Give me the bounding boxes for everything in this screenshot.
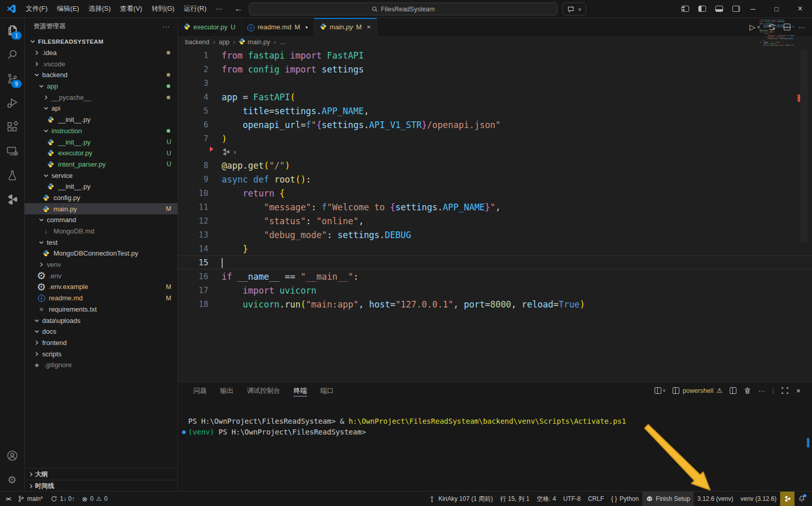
tree-folder[interactable]: __pycache__ bbox=[25, 92, 177, 103]
status-notifications[interactable] bbox=[795, 492, 809, 506]
status-python-version[interactable]: 3.12.6 (venv) bbox=[694, 492, 737, 506]
status-eol[interactable]: CRLF bbox=[584, 492, 607, 506]
back-button[interactable]: ← bbox=[234, 4, 242, 13]
minimap[interactable]: from fastapi import FastAPIfrom config i… bbox=[760, 20, 795, 84]
shuriken-widget-icon[interactable]: ∨ bbox=[222, 148, 236, 156]
status-remote-indicator[interactable]: >< bbox=[2, 492, 14, 506]
tree-folder[interactable]: app bbox=[25, 81, 177, 92]
tree-folder[interactable]: data\uploads bbox=[25, 315, 177, 326]
tree-root[interactable]: FILESREADSYSTEAM bbox=[25, 36, 177, 47]
line-number[interactable]: 16 bbox=[178, 272, 208, 281]
line-number[interactable]: 3 bbox=[178, 79, 208, 88]
breadcrumb-item[interactable]: app bbox=[219, 39, 229, 46]
code-line[interactable]: 4app = FastAPI( bbox=[178, 90, 812, 104]
status-branch[interactable]: main* bbox=[14, 492, 47, 506]
tree-file[interactable]: __init__.py bbox=[25, 181, 177, 192]
toggle-sidebar-icon[interactable] bbox=[698, 6, 706, 12]
status-finish-setup[interactable]: Finish Setup bbox=[642, 492, 694, 506]
inline-suggestion-widget[interactable]: ∨ bbox=[178, 146, 812, 158]
menu-item-1[interactable]: 编辑(E) bbox=[52, 3, 84, 15]
menu-item-4[interactable]: 转到(G) bbox=[147, 3, 179, 15]
tree-folder[interactable]: service bbox=[25, 170, 177, 181]
code-line[interactable]: 15 bbox=[178, 256, 812, 269]
tree-file[interactable]: main.pyM bbox=[25, 203, 177, 214]
status-shuriken-status[interactable] bbox=[780, 492, 795, 506]
run-debug-icon[interactable] bbox=[0, 91, 24, 115]
line-number[interactable]: 15 bbox=[178, 258, 208, 267]
line-number[interactable]: 9 bbox=[178, 175, 208, 184]
source-control-icon[interactable]: 9 bbox=[0, 66, 24, 91]
tree-folder[interactable]: frontend bbox=[25, 337, 177, 349]
tree-file[interactable]: intent_parser.pyU bbox=[25, 159, 177, 170]
tree-file[interactable]: MongoDBConnectionTest.py bbox=[25, 248, 177, 259]
line-number[interactable]: 18 bbox=[178, 300, 208, 309]
code-line[interactable]: 17 import uvicorn bbox=[178, 283, 812, 297]
menu-item-6[interactable]: ··· bbox=[211, 3, 227, 15]
line-number[interactable]: 13 bbox=[178, 230, 208, 240]
tree-folder[interactable]: .idea bbox=[25, 47, 177, 59]
line-number[interactable]: 11 bbox=[178, 203, 208, 212]
code-line[interactable]: 16if __name__ == "__main__": bbox=[178, 269, 812, 283]
copilot-chat-button[interactable]: ∨ bbox=[563, 3, 586, 15]
code-line[interactable]: 12 "status": "online", bbox=[178, 214, 812, 228]
line-number[interactable]: 8 bbox=[178, 161, 208, 170]
tree-file[interactable]: executor.pyU bbox=[25, 148, 177, 159]
panel-tab-4[interactable]: 端口 bbox=[320, 382, 334, 399]
line-number[interactable]: 7 bbox=[178, 134, 208, 143]
panel-more-icon[interactable]: ··· bbox=[759, 387, 765, 394]
breadcrumb-item[interactable]: … bbox=[279, 39, 286, 46]
command-center-search[interactable]: FilesReadSysteam bbox=[249, 3, 557, 15]
menu-item-2[interactable]: 选择(S) bbox=[84, 3, 115, 15]
tree-folder[interactable]: instruction bbox=[25, 125, 177, 137]
code-line[interactable]: 7) bbox=[178, 132, 812, 146]
status-problems[interactable]: ⊗0⚠0 bbox=[78, 492, 111, 506]
section-outline[interactable]: 大纲 bbox=[25, 468, 177, 480]
tree-folder[interactable]: venv bbox=[25, 259, 177, 270]
code-line[interactable]: 14 } bbox=[178, 242, 812, 256]
tree-file[interactable]: config.py bbox=[25, 192, 177, 204]
close-panel-icon[interactable]: × bbox=[796, 386, 801, 395]
code-line[interactable]: 8@app.get("/") bbox=[178, 158, 812, 172]
tree-file[interactable]: ◆.gitignore bbox=[25, 359, 177, 371]
tree-folder[interactable]: docs bbox=[25, 326, 177, 337]
tree-folder[interactable]: api bbox=[25, 103, 177, 114]
panel-tab-0[interactable]: 问题 bbox=[193, 382, 207, 399]
status-cursor-position[interactable]: 行 15, 列 1 bbox=[496, 492, 533, 506]
customize-layout-icon[interactable] bbox=[681, 6, 689, 12]
panel-tab-1[interactable]: 输出 bbox=[220, 382, 233, 399]
editor-scrollbar[interactable] bbox=[801, 50, 808, 243]
code-line[interactable]: 11 "message": f"Welcome to {settings.APP… bbox=[178, 200, 812, 214]
code-line[interactable]: 18 uvicorn.run("main:app", host="127.0.0… bbox=[178, 297, 812, 311]
remote-explorer-icon[interactable] bbox=[0, 139, 24, 163]
status-blame[interactable]: KiriAky 107 (1 周前) bbox=[425, 492, 496, 506]
account-icon[interactable] bbox=[0, 443, 24, 467]
line-number[interactable]: 6 bbox=[178, 120, 208, 130]
tab-main-py[interactable]: main.pyM× bbox=[314, 18, 377, 36]
extensions-icon[interactable] bbox=[0, 115, 24, 139]
menu-item-0[interactable]: 文件(F) bbox=[21, 3, 52, 15]
command-decoration-icon[interactable] bbox=[182, 430, 186, 434]
panel-tab-3[interactable]: 终端 bbox=[294, 382, 307, 399]
panel-tab-2[interactable]: 调试控制台 bbox=[247, 382, 280, 399]
status-language[interactable]: { }Python bbox=[607, 492, 642, 506]
run-python-button[interactable]: ▷∨ bbox=[750, 23, 760, 32]
line-number[interactable]: 5 bbox=[178, 106, 208, 116]
minimize-button[interactable]: ─ bbox=[741, 0, 765, 17]
tree-file[interactable]: ireadme.mdM bbox=[25, 293, 177, 304]
status-indentation[interactable]: 空格: 4 bbox=[533, 492, 560, 506]
code-line[interactable]: 6 openapi_url=f"{settings.API_V1_STR}/op… bbox=[178, 118, 812, 132]
line-number[interactable]: 4 bbox=[178, 93, 208, 102]
tree-file[interactable]: ≡requirements.txt bbox=[25, 304, 177, 315]
code-line[interactable]: 13 "debug_mode": settings.DEBUG bbox=[178, 228, 812, 242]
tree-file[interactable]: ⚙.env.exampleM bbox=[25, 281, 177, 293]
tree-file[interactable]: __init__.pyU bbox=[25, 136, 177, 148]
breadcrumb-item[interactable]: backend bbox=[185, 39, 209, 46]
tree-file[interactable]: ⚙.env bbox=[25, 270, 177, 281]
toggle-panel-icon[interactable] bbox=[715, 6, 723, 12]
line-number[interactable]: 12 bbox=[178, 216, 208, 226]
code-line[interactable]: 10 return { bbox=[178, 186, 812, 200]
code-line[interactable]: 9async def root(): bbox=[178, 172, 812, 186]
close-tab-icon[interactable]: × bbox=[367, 23, 371, 31]
tree-file[interactable]: __init__.py bbox=[25, 114, 177, 125]
line-number[interactable]: 17 bbox=[178, 286, 208, 295]
